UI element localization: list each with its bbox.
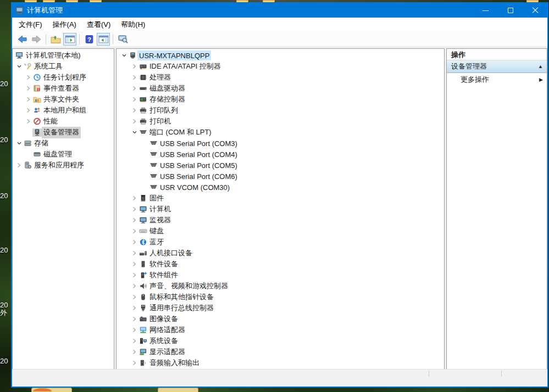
chevron-right-icon[interactable] bbox=[130, 271, 138, 279]
chevron-right-icon[interactable] bbox=[130, 326, 138, 334]
tree-item[interactable]: 显示适配器 bbox=[117, 346, 444, 357]
tree-item[interactable]: 系统工具 bbox=[13, 61, 114, 72]
tree-item[interactable]: 任务计划程序 bbox=[13, 72, 114, 83]
chevron-down-icon[interactable] bbox=[15, 63, 23, 70]
chevron-right-icon[interactable] bbox=[130, 85, 138, 92]
chevron-right-icon[interactable] bbox=[15, 161, 23, 169]
tree-item[interactable]: 磁盘管理 bbox=[13, 149, 114, 160]
tree-item[interactable]: 声音、视频和游戏控制器 bbox=[117, 281, 444, 292]
chevron-right-icon[interactable] bbox=[130, 282, 138, 290]
chevron-down-icon[interactable] bbox=[120, 52, 128, 59]
tree-item[interactable]: USB Serial Port (COM4) bbox=[117, 149, 444, 160]
chevron-right-icon[interactable] bbox=[130, 117, 138, 125]
maximize-button[interactable] bbox=[498, 3, 523, 18]
chevron-right-icon[interactable] bbox=[130, 74, 138, 81]
tree-item[interactable]: 系统设备 bbox=[117, 335, 444, 346]
tree-item[interactable]: 设备管理器 bbox=[13, 127, 114, 138]
chevron-right-icon[interactable] bbox=[130, 260, 138, 268]
tree-item[interactable]: 固件 bbox=[117, 193, 444, 204]
tree-item[interactable]: 存储控制器 bbox=[117, 94, 444, 105]
actions-section-device-manager[interactable]: 设备管理器 ▲ bbox=[447, 60, 547, 73]
tree-item[interactable]: 性能 bbox=[13, 116, 114, 127]
tree-item[interactable]: USR VCOM (COM30) bbox=[117, 182, 444, 193]
chevron-right-icon[interactable] bbox=[130, 107, 138, 114]
tree-item[interactable]: 打印机 bbox=[117, 116, 444, 127]
tree-item[interactable]: 本地用户和组 bbox=[13, 105, 114, 116]
folder-icon bbox=[51, 35, 61, 44]
tree-item[interactable]: USB Serial Port (COM5) bbox=[117, 160, 444, 171]
chevron-right-icon[interactable] bbox=[130, 359, 138, 367]
system-tools-icon bbox=[23, 63, 32, 71]
chevron-right-icon[interactable] bbox=[24, 107, 32, 114]
chevron-right-icon[interactable] bbox=[130, 348, 138, 356]
chevron-right-icon[interactable] bbox=[130, 238, 138, 246]
show-hide-action-pane-button[interactable] bbox=[97, 33, 110, 46]
tree-item[interactable]: USB Serial Port (COM3) bbox=[117, 138, 444, 149]
chevron-right-icon[interactable] bbox=[130, 304, 138, 312]
tree-item[interactable]: 存储 bbox=[13, 138, 114, 149]
tree-item[interactable]: 鼠标和其他指针设备 bbox=[117, 292, 444, 303]
back-button[interactable] bbox=[15, 33, 29, 46]
tree-item[interactable]: 通用串行总线控制器 bbox=[117, 303, 444, 313]
chevron-right-icon[interactable] bbox=[24, 96, 32, 103]
title-bar[interactable]: 计算机管理 bbox=[12, 3, 547, 18]
menu-help[interactable]: 帮助(H) bbox=[116, 18, 150, 32]
chevron-right-icon[interactable] bbox=[130, 227, 138, 235]
tree-item[interactable]: 音频输入和输出 bbox=[117, 357, 444, 368]
chevron-right-icon[interactable] bbox=[24, 85, 32, 92]
tree-item-label: USB Serial Port (COM3) bbox=[158, 138, 239, 148]
tree-item[interactable]: 软件组件 bbox=[117, 270, 444, 281]
tree-item[interactable]: 图像设备 bbox=[117, 313, 444, 324]
collapse-section-icon[interactable]: ▲ bbox=[538, 64, 543, 69]
more-actions-item[interactable]: 更多操作 ▶ bbox=[447, 73, 547, 86]
tree-item[interactable]: 人机接口设备 bbox=[117, 248, 444, 259]
chevron-down-icon[interactable] bbox=[130, 128, 138, 136]
minimize-button[interactable] bbox=[473, 3, 498, 18]
tree-item[interactable]: 监视器 bbox=[117, 215, 444, 226]
help-button[interactable]: ? bbox=[82, 33, 96, 46]
tree-item[interactable]: 软件设备 bbox=[117, 259, 444, 270]
tree-item-label: 打印机 bbox=[148, 116, 173, 127]
port-icon bbox=[149, 139, 158, 148]
chevron-right-icon[interactable] bbox=[130, 194, 138, 202]
tree-item[interactable]: 磁盘驱动器 bbox=[117, 83, 444, 94]
tree-item[interactable]: 事件查看器 bbox=[13, 83, 114, 94]
tree-item[interactable]: 处理器 bbox=[117, 72, 444, 83]
chevron-right-icon[interactable] bbox=[130, 63, 138, 70]
tree-item-label: 通用串行总线控制器 bbox=[148, 303, 215, 314]
chevron-right-icon[interactable] bbox=[130, 337, 138, 345]
tree-item[interactable]: 键盘 bbox=[117, 226, 444, 237]
tree-item[interactable]: 服务和应用程序 bbox=[13, 160, 114, 171]
forward-button[interactable] bbox=[30, 33, 43, 46]
chevron-right-icon[interactable] bbox=[130, 315, 138, 323]
tree-item[interactable]: 打印队列 bbox=[117, 105, 444, 116]
chevron-right-icon[interactable] bbox=[130, 216, 138, 224]
close-button[interactable] bbox=[523, 3, 547, 18]
chevron-right-icon[interactable] bbox=[130, 293, 138, 301]
chevron-right-icon[interactable] bbox=[24, 117, 32, 125]
show-hide-console-tree-button[interactable] bbox=[63, 33, 76, 46]
tree-item[interactable]: 端口 (COM 和 LPT) bbox=[117, 127, 444, 138]
tree-item[interactable]: 网络适配器 bbox=[117, 324, 444, 335]
menu-file[interactable]: 文件(F) bbox=[14, 18, 47, 32]
menu-view[interactable]: 查看(V) bbox=[82, 18, 115, 32]
tree-item[interactable]: IDE ATA/ATAPI 控制器 bbox=[117, 61, 444, 72]
chevron-right-icon[interactable] bbox=[130, 96, 138, 103]
chevron-down-icon[interactable] bbox=[15, 139, 23, 147]
tree-item[interactable]: 计算机管理(本地) bbox=[13, 50, 114, 61]
menu-action[interactable]: 操作(A) bbox=[48, 18, 81, 32]
tree-item[interactable]: USB Serial Port (COM6) bbox=[117, 171, 444, 182]
folder-button[interactable] bbox=[49, 33, 62, 46]
app-icon bbox=[15, 7, 24, 15]
toolbar-separator bbox=[79, 34, 80, 44]
chevron-right-icon[interactable] bbox=[130, 205, 138, 213]
desktop-icon-label-fragment: 20 bbox=[0, 80, 10, 88]
tree-item[interactable]: 计算机 bbox=[117, 204, 444, 215]
tree-item[interactable]: 共享文件夹 bbox=[13, 94, 114, 105]
tree-item[interactable]: 蓝牙 bbox=[117, 237, 444, 248]
chevron-right-icon[interactable] bbox=[24, 74, 32, 81]
chevron-right-icon[interactable] bbox=[130, 249, 138, 257]
port-icon bbox=[149, 161, 158, 170]
remote-computer-button[interactable] bbox=[116, 33, 129, 46]
tree-item[interactable]: USR-MXTAPNBLQPP bbox=[117, 50, 444, 61]
